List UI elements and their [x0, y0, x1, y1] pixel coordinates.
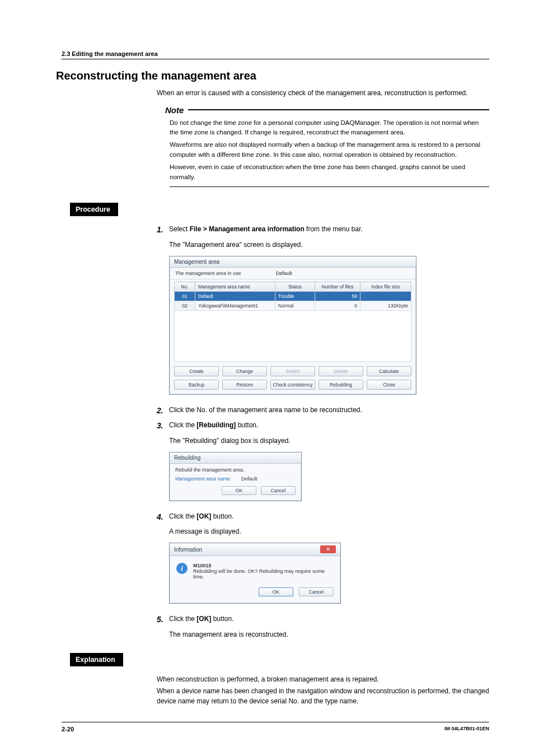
rebuilding-dialog: Rebuilding Rebuild the management area. …	[169, 452, 302, 501]
doc-id: IM 04L47B01-01EN	[444, 726, 489, 732]
step-num: 4.	[157, 511, 169, 524]
step1-pre: Select	[169, 225, 190, 233]
page-footer: 2-20 IM 04L47B01-01EN	[62, 722, 489, 732]
cell-status: Normal	[275, 301, 315, 310]
backup-button[interactable]: Backup	[174, 380, 219, 390]
step3-sub: The "Rebuilding" dialog box is displayed…	[169, 436, 489, 446]
create-button[interactable]: Create	[174, 366, 219, 376]
info-icon: i	[176, 563, 188, 574]
mg-titlebar: Management area	[170, 256, 416, 268]
rb-label: Rebuild the management area.	[175, 467, 296, 473]
step5-pre: Click the	[169, 615, 196, 623]
step4-bold: [OK]	[196, 512, 211, 520]
step-num: 2.	[157, 405, 169, 417]
section-header: 2.3 Editing the management area	[62, 50, 489, 59]
rb-titlebar: Rebuilding	[170, 452, 301, 464]
note-rule	[188, 109, 489, 110]
cancel-button[interactable]: Cancel	[261, 486, 296, 495]
procedure-tag: Procedure	[70, 203, 118, 216]
table-row[interactable]: 02 YokogawaFileManagement1 Normal 0 132K…	[175, 301, 411, 310]
step-num: 3.	[157, 420, 169, 432]
cell-no: 01	[175, 291, 195, 301]
cell-status: Trouble	[275, 291, 315, 301]
close-icon[interactable]: ✕	[320, 545, 336, 553]
step-1: 1. Select File > Management area informa…	[157, 224, 489, 236]
cell-nfiles: 0	[315, 301, 360, 310]
cell-idx	[360, 291, 411, 301]
note-p1: Do not change the time zone for a person…	[170, 118, 489, 138]
intro-text: When an error is caused with a consisten…	[157, 88, 489, 99]
step4-pre: Click the	[169, 512, 196, 520]
cell-no: 02	[175, 301, 195, 310]
step4-post: button.	[211, 512, 233, 520]
step-num: 5.	[157, 614, 169, 626]
step-num: 1.	[157, 224, 169, 236]
info-message: Rebuilding will be done. OK? Rebuilding …	[193, 568, 334, 580]
mg-empty-area	[174, 311, 411, 362]
step1-sub: The "Management area" screen is displaye…	[169, 240, 489, 250]
step1-bold: File > Management area information	[190, 225, 305, 233]
col-idx[interactable]: Index file size	[360, 282, 411, 291]
mg-inuse-value: Default	[276, 270, 292, 276]
calculate-button[interactable]: Calculate	[367, 366, 411, 376]
page-title: Reconstructing the management area	[56, 69, 489, 82]
step5-bold: [OK]	[196, 615, 211, 623]
col-nfiles[interactable]: Number of files	[315, 282, 360, 291]
note-label: Note	[165, 105, 184, 115]
note-p2: Waveforms are also not displayed normall…	[170, 140, 489, 160]
step2-text: Click the No. of the management area nam…	[169, 405, 489, 417]
explanation-p1: When reconstruction is performed, a brok…	[157, 674, 489, 685]
rb-name-key: Management area name	[175, 476, 230, 482]
mg-inuse-label: The management area in use	[175, 270, 241, 276]
note-block: Note Do not change the time zone for a p…	[165, 105, 489, 188]
step-5: 5. Click the [OK] button.	[157, 614, 489, 626]
step-4: 4. Click the [OK] button.	[157, 511, 489, 524]
information-dialog: Information ✕ i M10015 Rebuilding will b…	[169, 543, 341, 604]
page-number: 2-20	[62, 726, 74, 732]
step-3: 3. Click the [Rebuilding] button.	[157, 420, 489, 432]
rebuilding-button[interactable]: Rebuilding	[318, 380, 363, 390]
change-button[interactable]: Change	[222, 366, 267, 376]
rb-name-value: Default	[241, 476, 257, 482]
step-2: 2. Click the No. of the management area …	[157, 405, 489, 417]
col-status[interactable]: Status	[275, 282, 315, 291]
step5-post: button.	[211, 615, 233, 623]
step4-sub: A message is displayed.	[169, 526, 489, 537]
info-title: Information	[174, 547, 202, 553]
step3-bold: [Rebuilding]	[196, 421, 236, 429]
col-name[interactable]: Management area name	[195, 282, 275, 291]
ok-button[interactable]: OK	[259, 587, 293, 596]
cell-name: YokogawaFileManagement1	[195, 301, 275, 310]
mg-table: No. Management area name Status Number o…	[174, 282, 411, 311]
step3-pre: Click the	[169, 421, 196, 429]
explanation-p2: When a device name has been changed in t…	[157, 686, 489, 707]
col-no[interactable]: No.	[175, 282, 195, 291]
delete-button[interactable]: Delete	[318, 366, 363, 376]
switch-button[interactable]: Switch	[270, 366, 315, 376]
management-area-screenshot: Management area The management area in u…	[169, 256, 416, 395]
mg-inuse-row: The management area in use Default	[170, 268, 416, 279]
explanation-tag: Explanation	[70, 653, 123, 666]
table-row[interactable]: 01 Default Trouble 59	[175, 291, 411, 301]
info-code: M10015	[193, 563, 334, 568]
cell-name: Default	[195, 291, 275, 301]
step5-sub: The management area is reconstructed.	[169, 629, 489, 640]
cell-nfiles: 59	[315, 291, 360, 301]
cancel-button[interactable]: Cancel	[299, 587, 334, 596]
step1-post: from the menu bar.	[305, 225, 363, 233]
step3-post: button.	[236, 421, 258, 429]
ok-button[interactable]: OK	[222, 486, 256, 495]
restore-button[interactable]: Restore	[222, 380, 267, 390]
cell-idx: 132Kbyte	[360, 301, 411, 310]
note-p3: However, even in case of reconstruction …	[170, 162, 489, 183]
close-button[interactable]: Close	[367, 380, 411, 390]
check-consistency-button[interactable]: Check consistency	[270, 380, 315, 390]
